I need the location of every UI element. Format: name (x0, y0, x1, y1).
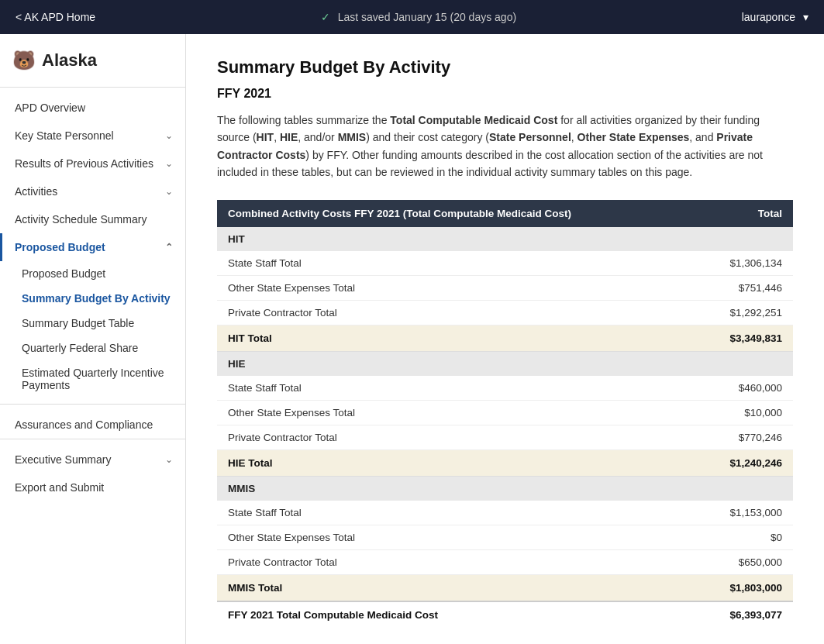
user-chevron-icon: ▾ (803, 11, 808, 23)
check-icon: ✓ (321, 11, 330, 23)
sidebar-sub-summary-budget-table[interactable]: Summary Budget Table (0, 311, 185, 336)
table-row: State Staff Total $1,306,134 (217, 251, 793, 276)
section-hie: HIE (217, 351, 793, 376)
table-row: Other State Expenses Total $0 (217, 525, 793, 549)
sidebar-label-proposed-budget: Proposed Budget (15, 241, 105, 253)
chevron-up-icon: ⌃ (165, 242, 173, 253)
table-row: Private Contractor Total $770,246 (217, 425, 793, 449)
main-wrapper: 🐻 Alaska APD Overview Key State Personne… (0, 34, 824, 644)
chevron-down-icon: ⌄ (165, 158, 173, 169)
mmis-total-value: $1,803,000 (700, 574, 793, 601)
main-content: Summary Budget By Activity FFY 2021 The … (186, 34, 824, 644)
sidebar-label-executive-summary: Executive Summary (15, 453, 111, 466)
section-hie-label: HIE (217, 351, 793, 376)
sidebar-item-results[interactable]: Results of Previous Activities ⌄ (0, 150, 185, 177)
back-link[interactable]: < AK APD Home (16, 11, 95, 23)
hit-state-staff-label: State Staff Total (217, 251, 700, 276)
hie-total-label: HIE Total (217, 449, 700, 476)
hit-private-contractor-label: Private Contractor Total (217, 300, 700, 325)
hie-state-staff-total: $460,000 (700, 376, 793, 401)
hie-total-row: HIE Total $1,240,246 (217, 449, 793, 476)
chevron-down-icon: ⌄ (165, 454, 173, 465)
hit-total-label: HIT Total (217, 325, 700, 351)
sidebar-divider-3 (0, 439, 185, 439)
table-row: State Staff Total $460,000 (217, 376, 793, 401)
sidebar-label-key-state: Key State Personnel (15, 129, 114, 142)
sidebar-sub-quarterly-federal[interactable]: Quarterly Federal Share (0, 336, 185, 360)
sidebar-item-assurances[interactable]: Assurances and Compliance (0, 411, 185, 439)
hit-state-staff-total: $1,306,134 (700, 251, 793, 276)
hit-total-value: $3,349,831 (700, 325, 793, 351)
table-row: Other State Expenses Total $10,000 (217, 400, 793, 425)
grand-total-value: $6,393,077 (700, 601, 793, 628)
table-row: State Staff Total $1,153,000 (217, 501, 793, 525)
page-title: Summary Budget By Activity (217, 57, 793, 77)
user-menu[interactable]: lauraponce ▾ (742, 11, 808, 23)
sidebar: 🐻 Alaska APD Overview Key State Personne… (0, 34, 186, 644)
username: lauraponce (742, 11, 795, 23)
sidebar-sub-summary-budget-by-activity[interactable]: Summary Budget By Activity (0, 286, 185, 311)
section-hit-label: HIT (217, 227, 793, 251)
sidebar-sub-label-quarterly-federal: Quarterly Federal Share (22, 342, 138, 354)
sidebar-sub-label-summary-table: Summary Budget Table (22, 317, 134, 329)
hit-other-state-label: Other State Expenses Total (217, 275, 700, 300)
mmis-state-staff-total: $1,153,000 (700, 501, 793, 525)
sidebar-sub-label-summary-budget: Summary Budget By Activity (22, 292, 171, 305)
table-row: Private Contractor Total $1,292,251 (217, 300, 793, 325)
alaska-icon: 🐻 (12, 50, 36, 71)
sidebar-sub-estimated-quarterly[interactable]: Estimated Quarterly Incentive Payments (0, 360, 185, 398)
section-hit: HIT (217, 227, 793, 251)
hie-private-contractor-total: $770,246 (700, 425, 793, 449)
mmis-state-staff-label: State Staff Total (217, 501, 700, 525)
mmis-other-state-total: $0 (700, 525, 793, 549)
sidebar-item-activity-schedule[interactable]: Activity Schedule Summary (0, 205, 185, 233)
hit-total-row: HIT Total $3,349,831 (217, 325, 793, 351)
sidebar-label-export-submit: Export and Submit (15, 481, 104, 494)
logo-text: Alaska (42, 50, 97, 71)
hie-state-staff-label: State Staff Total (217, 376, 700, 401)
hit-private-contractor-total: $1,292,251 (700, 300, 793, 325)
sidebar-label-results: Results of Previous Activities (15, 157, 153, 170)
hit-other-state-total: $751,446 (700, 275, 793, 300)
table-header-total: Total (700, 200, 793, 227)
sidebar-item-apd-overview[interactable]: APD Overview (0, 94, 185, 122)
chevron-down-icon: ⌄ (165, 186, 173, 197)
nav-back[interactable]: < AK APD Home (16, 11, 95, 23)
sidebar-item-key-state-personnel[interactable]: Key State Personnel ⌄ (0, 122, 185, 150)
sidebar-item-activities[interactable]: Activities ⌄ (0, 177, 185, 205)
save-status-text: Last saved January 15 (20 days ago) (338, 11, 516, 23)
table-row: Private Contractor Total $650,000 (217, 549, 793, 574)
grand-total-label: FFY 2021 Total Computable Medicaid Cost (217, 601, 700, 628)
mmis-private-contractor-label: Private Contractor Total (217, 549, 700, 574)
sidebar-divider (0, 87, 185, 88)
hie-other-state-label: Other State Expenses Total (217, 400, 700, 425)
sidebar-divider-2 (0, 404, 185, 405)
sidebar-item-proposed-budget[interactable]: Proposed Budget ⌃ (0, 233, 185, 261)
chevron-down-icon: ⌄ (165, 130, 173, 141)
sidebar-item-export-submit[interactable]: Export and Submit (0, 474, 185, 501)
mmis-total-row: MMIS Total $1,803,000 (217, 574, 793, 601)
grand-total-row: FFY 2021 Total Computable Medicaid Cost … (217, 601, 793, 628)
top-navigation: < AK APD Home ✓ Last saved January 15 (2… (0, 0, 824, 34)
sidebar-label-apd-overview: APD Overview (15, 102, 85, 114)
sidebar-sub-proposed-budget[interactable]: Proposed Budget (0, 261, 185, 286)
table-header-label: Combined Activity Costs FFY 2021 (Total … (217, 200, 700, 227)
hie-private-contractor-label: Private Contractor Total (217, 425, 700, 449)
mmis-other-state-label: Other State Expenses Total (217, 525, 700, 549)
sidebar-label-assurances: Assurances and Compliance (15, 418, 153, 431)
section-mmis: MMIS (217, 476, 793, 501)
table-row: Other State Expenses Total $751,446 (217, 275, 793, 300)
section-mmis-label: MMIS (217, 476, 793, 501)
hie-total-value: $1,240,246 (700, 449, 793, 476)
mmis-private-contractor-total: $650,000 (700, 549, 793, 574)
sidebar-label-activities: Activities (15, 185, 57, 198)
ffy-label: FFY 2021 (217, 87, 793, 101)
hie-other-state-total: $10,000 (700, 400, 793, 425)
budget-table: Combined Activity Costs FFY 2021 (Total … (217, 200, 793, 628)
mmis-total-label: MMIS Total (217, 574, 700, 601)
sidebar-sub-label-proposed-budget: Proposed Budget (22, 267, 105, 280)
page-description: The following tables summarize the Total… (217, 112, 793, 181)
table-header-row: Combined Activity Costs FFY 2021 (Total … (217, 200, 793, 227)
sidebar-item-executive-summary[interactable]: Executive Summary ⌄ (0, 446, 185, 474)
save-status: ✓ Last saved January 15 (20 days ago) (321, 11, 516, 23)
